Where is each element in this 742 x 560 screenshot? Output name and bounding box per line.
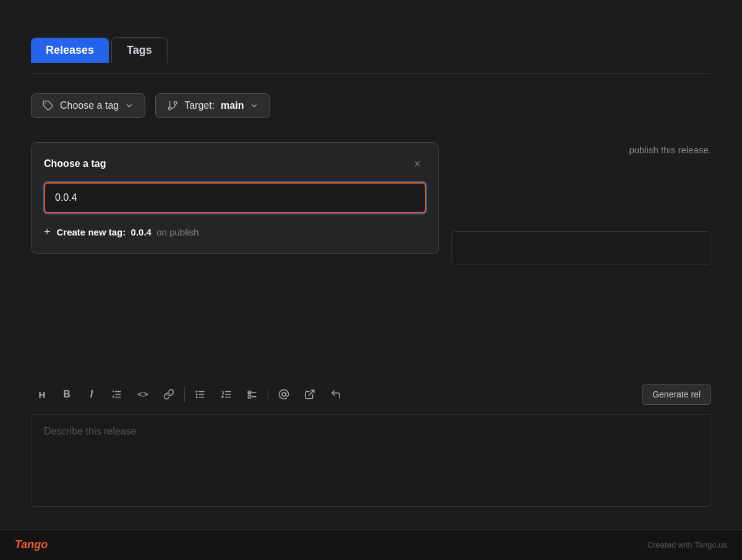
choose-tag-dropdown: Choose a tag × + Create new tag: 0.0.4 o…: [31, 142, 439, 254]
numbered-list-icon: [221, 389, 232, 400]
tabs-row: Releases Tags: [31, 37, 711, 63]
undo-button[interactable]: [324, 383, 348, 405]
mention-button[interactable]: [272, 383, 296, 405]
tab-divider: [31, 73, 711, 74]
task-list-button[interactable]: [241, 383, 264, 405]
cross-ref-button[interactable]: [298, 383, 322, 405]
bullet-list-icon: [195, 389, 206, 400]
numbered-list-button[interactable]: [215, 383, 238, 405]
ordered-list-button[interactable]: [105, 383, 129, 405]
code-button[interactable]: <>: [131, 383, 155, 405]
tag-search-input[interactable]: [44, 182, 426, 213]
target-button[interactable]: Target: main: [155, 93, 270, 118]
svg-rect-18: [248, 396, 251, 399]
svg-point-12: [196, 397, 197, 398]
tab-tags[interactable]: Tags: [111, 37, 168, 63]
footer-credit: Created with Tango.us: [647, 540, 727, 549]
link-icon: [163, 389, 174, 400]
italic-icon: I: [90, 389, 93, 400]
undo-icon: [330, 389, 341, 400]
choose-tag-label: Choose a tag: [60, 100, 119, 111]
bullet-list-button[interactable]: [189, 383, 212, 405]
chevron-down-icon: [125, 101, 134, 110]
description-area[interactable]: Describe this release: [31, 414, 711, 507]
choose-tag-button[interactable]: Choose a tag: [31, 93, 145, 118]
footer: Tango Created with Tango.us: [0, 529, 742, 560]
svg-point-20: [282, 392, 286, 396]
dropdown-title: Choose a tag: [44, 158, 106, 169]
tab-releases[interactable]: Releases: [31, 38, 109, 63]
description-placeholder: Describe this release: [44, 426, 136, 436]
target-value: main: [221, 100, 244, 111]
code-icon: <>: [137, 389, 148, 400]
release-title-input[interactable]: [451, 231, 711, 265]
generate-release-button[interactable]: Generate rel: [642, 384, 711, 405]
cross-ref-icon: [304, 389, 315, 400]
create-tag-value: 0.0.4: [131, 227, 151, 237]
target-chevron-icon: [250, 101, 258, 110]
plus-icon: +: [44, 226, 51, 239]
close-button[interactable]: ×: [409, 155, 426, 172]
toolbar-divider-1: [184, 387, 185, 402]
heading-button[interactable]: H: [31, 383, 53, 405]
mention-icon: [278, 389, 289, 400]
link-button[interactable]: [157, 383, 181, 405]
publish-hint: publish this release.: [629, 145, 711, 155]
create-new-tag-row[interactable]: + Create new tag: 0.0.4 on publish: [44, 223, 426, 241]
svg-line-21: [309, 390, 314, 395]
bold-button[interactable]: B: [56, 383, 78, 405]
heading-icon: H: [39, 389, 46, 400]
svg-point-10: [196, 391, 197, 392]
italic-button[interactable]: I: [80, 383, 103, 405]
task-list-icon: [247, 389, 258, 400]
toolbar-row: H B I <>: [31, 383, 711, 405]
ordered-list-icon: [111, 389, 122, 400]
buttons-row: Choose a tag Target: main: [31, 93, 711, 118]
create-tag-text: Create new tag: 0.0.4 on publish: [57, 227, 199, 237]
main-container: Releases Tags Choose a tag Target:: [0, 0, 742, 560]
create-tag-on-publish: on publish: [156, 227, 198, 237]
tag-icon: [43, 100, 54, 111]
target-label: Target:: [184, 100, 215, 111]
bold-icon: B: [63, 389, 70, 400]
branch-icon: [167, 100, 178, 111]
tango-logo: Tango: [15, 538, 48, 551]
create-tag-prefix: Create new tag:: [57, 227, 126, 237]
svg-point-11: [196, 394, 197, 395]
dropdown-header: Choose a tag ×: [44, 155, 426, 172]
toolbar-divider-2: [268, 387, 268, 402]
